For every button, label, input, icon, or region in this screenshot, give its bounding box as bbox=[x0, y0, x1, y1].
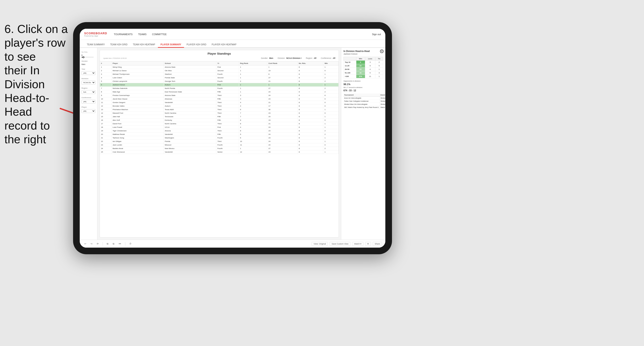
h2h-row: 11-25 20 9 5 bbox=[344, 64, 383, 68]
cell-yr: Fourth bbox=[216, 80, 239, 83]
sidebar-conference-select[interactable]: (All) bbox=[82, 100, 96, 103]
sidebar-division-select[interactable]: NCAA Division I bbox=[82, 81, 96, 84]
cell-yr: Fourth bbox=[216, 72, 239, 76]
table-row[interactable]: 9 Preston Summerhays Arizona State Third… bbox=[100, 94, 338, 97]
watch-button[interactable]: Watch ▾ bbox=[352, 242, 364, 246]
redo-button[interactable]: ↪ bbox=[89, 242, 94, 246]
export-button[interactable]: ⬆ bbox=[365, 242, 371, 246]
refresh-button[interactable]: ⟳ bbox=[96, 242, 100, 246]
cell-win: 1 bbox=[323, 136, 338, 140]
tab-team-h2h-grid[interactable]: TEAM H2H GRID bbox=[108, 42, 130, 48]
table-row[interactable]: 2 Michael La Sasso Ole Miss Second 1 19 … bbox=[100, 69, 338, 72]
cell-rds: 8 bbox=[298, 111, 323, 115]
cell-player: Taehoon Song bbox=[112, 136, 164, 140]
table-row[interactable]: 5 Christo Lamprecht Georgia Tech Fourth … bbox=[100, 80, 338, 83]
h2h-player-name: Jackson Koivun bbox=[344, 53, 383, 55]
table-row[interactable]: 14 Maxwell Ford North Carolina Third 7 2… bbox=[100, 111, 338, 115]
cell-rank: 24 bbox=[100, 147, 112, 150]
cell-rds: 8 bbox=[298, 150, 323, 154]
table-row[interactable]: 13 Phichakon Maichon Texas A&M Third 6 3… bbox=[100, 108, 338, 111]
h2h-tie-val: 2 bbox=[375, 61, 383, 64]
nav-tournaments[interactable]: TOURNAMENTS bbox=[114, 32, 133, 36]
tab-player-h2h-heatmap[interactable]: PLAYER H2H HEATMAP bbox=[209, 42, 239, 48]
h2h-close-button[interactable]: ✕ bbox=[380, 49, 384, 53]
table-wrapper: # Player School Yr Reg Rank Conf Rank No… bbox=[100, 61, 338, 237]
table-row[interactable]: 8 Mats Ege East Tennessee State Fifth 1 … bbox=[100, 90, 338, 94]
table-row[interactable]: 25 Cole Sherwood Vanderbilt Senior 12 23… bbox=[100, 150, 338, 154]
sidebar-region-select[interactable]: N/A bbox=[82, 90, 96, 94]
table-row[interactable]: 22 Ian Gilligan Florida Third 10 24 8 1 bbox=[100, 140, 338, 143]
table-row[interactable]: 17 David Ford North Carolina Third 8 21 … bbox=[100, 122, 338, 126]
tournament-row: SEC Match Play Hosted by Jerry Pate Roun… bbox=[344, 106, 385, 109]
tab-player-h2h-grid[interactable]: PLAYER H2H GRID bbox=[184, 42, 209, 48]
view-original-button[interactable]: View: Original bbox=[312, 242, 328, 246]
cell-yr: Fifth bbox=[216, 119, 239, 122]
h2h-row: Top 10 8 3 2 bbox=[344, 61, 383, 64]
filter-row: Gender: Men Division: NCAA Division I Re… bbox=[261, 56, 335, 60]
sidebar-gender: Gender Men bbox=[82, 60, 96, 65]
table-row[interactable]: 21 Taehoon Song Washington Fourth 6 23 8… bbox=[100, 136, 338, 140]
cell-conf: 17 bbox=[267, 104, 298, 108]
table-row[interactable]: 15 Jake Hall Tennessee Fifth 7 24 8 1 bbox=[100, 115, 338, 119]
table-row[interactable]: 24 Bastien Amat New Mexico Fourth 1 27 8… bbox=[100, 147, 338, 150]
save-custom-button[interactable]: Save Custom View bbox=[330, 242, 350, 246]
sub-nav: TEAM SUMMARY TEAM H2H GRID TEAM H2H HEAT… bbox=[80, 40, 385, 48]
table-row[interactable]: 1 Wenyi Ding Arizona State First 1 1 8 1 bbox=[100, 65, 338, 69]
copy-button[interactable]: ⧉ bbox=[106, 242, 110, 246]
share-button[interactable]: Share bbox=[373, 242, 382, 246]
cell-conf: 23 bbox=[267, 97, 298, 101]
cell-reg: 4 bbox=[239, 104, 267, 108]
sidebar-year-select[interactable]: (All) bbox=[82, 71, 96, 75]
table-row[interactable]: 11 Gordon Sargent Vanderbilt Third 4 21 … bbox=[100, 101, 338, 104]
no-rounds-label: No Rds. bbox=[82, 51, 96, 53]
instruction-text: 6. Click on a player's row to see their … bbox=[0, 22, 69, 146]
tab-team-h2h-heatmap[interactable]: TEAM H2H HEATMAP bbox=[130, 42, 158, 48]
view-original-label: View: Original bbox=[314, 243, 326, 245]
nav-committee[interactable]: COMMITTEE bbox=[152, 32, 167, 36]
cell-rank: 11 bbox=[100, 101, 112, 104]
cell-rds: 8 bbox=[298, 90, 323, 94]
time-button[interactable]: ⏱ bbox=[128, 242, 133, 246]
table-row[interactable]: 3 Michael Thorbjornsen Stanford Fourth 1… bbox=[100, 72, 338, 76]
table-row[interactable]: 12 Brendan Valles Auburn Third 4 17 8 0 bbox=[100, 104, 338, 108]
cell-reg: 11 bbox=[239, 143, 267, 147]
undo-button[interactable]: ↩ bbox=[83, 242, 88, 246]
sidebar-gender-value: Men bbox=[82, 63, 96, 65]
sign-out-button[interactable]: Sign out bbox=[372, 33, 381, 36]
cell-rank: 20 bbox=[100, 133, 112, 136]
logo-subtitle: Powered by clippi bbox=[84, 35, 107, 37]
standings-table: # Player School Yr Reg Rank Conf Rank No… bbox=[100, 61, 338, 154]
cell-reg: 2 bbox=[239, 80, 267, 83]
sidebar-player-select[interactable]: (All) bbox=[82, 109, 96, 113]
table-row[interactable]: 10 Jacob New Clause Arkansas Fifth 4 23 … bbox=[100, 97, 338, 101]
table-row[interactable]: 4 Luke Claton Florida State Second 1 27 … bbox=[100, 76, 338, 80]
paste-button[interactable]: ⧉ bbox=[112, 242, 116, 246]
cell-yr: Fourth bbox=[216, 147, 239, 150]
cell-win: 1 bbox=[323, 150, 338, 154]
table-row[interactable]: 7 Nicholas Gabrelcik North Florida Fourt… bbox=[100, 87, 338, 90]
tab-team-summary[interactable]: TEAM SUMMARY bbox=[84, 42, 108, 48]
sidebar: No Rds. 6 Gender Men Year (All) bbox=[80, 48, 98, 240]
table-row[interactable]: 18 Luke Powell UCLA First 4 24 8 1 bbox=[100, 126, 338, 129]
table-row[interactable]: 20 Matthew Riedel Vanderbilt Fifth 9 24 … bbox=[100, 133, 338, 136]
nav-teams[interactable]: TEAMS bbox=[138, 32, 146, 36]
cell-rank: 15 bbox=[100, 115, 112, 119]
table-row[interactable]: 6 Jackson Koivun Auburn First 1 1 8 1 bbox=[100, 83, 338, 87]
sidebar-region: Region N/A bbox=[82, 87, 96, 94]
cell-yr: Third bbox=[216, 104, 239, 108]
more-button[interactable]: ••• bbox=[117, 242, 122, 246]
cell-player: Gordon Sargent bbox=[112, 101, 164, 104]
h2h-col-win: Win bbox=[356, 57, 365, 61]
table-row[interactable]: 19 Tiger Christensen Arizona Third 8 23 … bbox=[100, 129, 338, 133]
h2h-win-val: 578 bbox=[356, 75, 365, 78]
cell-reg: 8 bbox=[239, 122, 267, 126]
cell-rds: 8 bbox=[298, 104, 323, 108]
h2h-win-val: 22 bbox=[356, 68, 365, 71]
sidebar-player-label: Player bbox=[82, 106, 96, 108]
cell-reg: 12 bbox=[239, 150, 267, 154]
table-row[interactable]: 23 Jack Lundin Missouri Fourth 11 24 8 0 bbox=[100, 143, 338, 147]
table-row[interactable]: 16 Alex Goff Kentucky Fifth 8 19 8 0 bbox=[100, 119, 338, 122]
tab-player-summary[interactable]: PLAYER SUMMARY bbox=[158, 42, 184, 48]
top-nav: SCOREBOARD Powered by clippi TOURNAMENTS… bbox=[80, 29, 385, 40]
cell-rank: 6 bbox=[100, 83, 112, 87]
